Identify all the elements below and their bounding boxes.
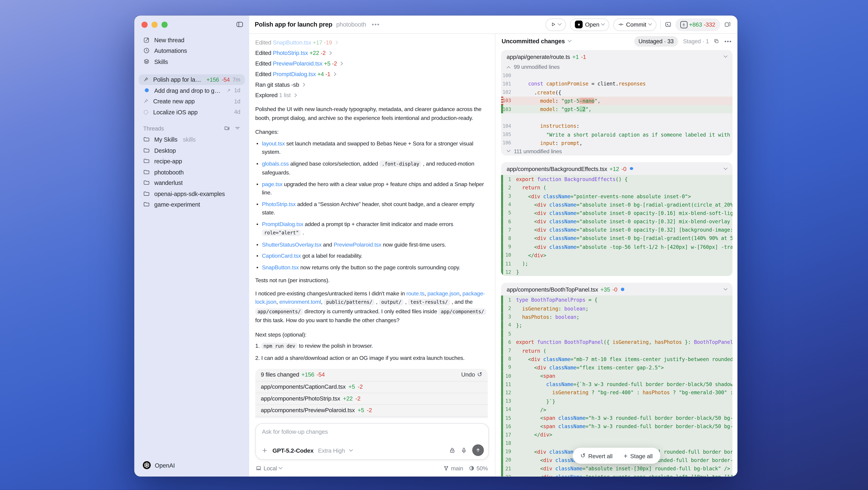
thread-item-selected[interactable]: Polish app for launch prep +156-547m bbox=[139, 74, 245, 85]
diff-line: 12 isGenerating ? "bg-red-400" : hasPhot… bbox=[501, 388, 733, 397]
sidebar-item-automations[interactable]: Automations bbox=[139, 45, 245, 56]
bulk-actions-pill: ↺Revert all +Stage all bbox=[573, 448, 660, 464]
diff-line: 1type BoothTopPanelProps = { bbox=[501, 295, 733, 304]
sidebar: New thread Automations Skills Polish app… bbox=[134, 16, 249, 477]
tool-call-line[interactable]: Edited PreviewPolaroid.tsx +5 -2 bbox=[255, 58, 488, 69]
minimize-button[interactable] bbox=[152, 22, 157, 28]
diff-line: 4 <div className="absolute inset-0 bg-[r… bbox=[501, 200, 733, 209]
diff-fold-toggle[interactable]: 99 unmodified lines bbox=[501, 63, 733, 71]
folder-list: My Skillsskills Desktop recipe-app photo… bbox=[139, 134, 245, 210]
diff-line: 21 <div className="absolute inset-[30px]… bbox=[501, 464, 733, 473]
mic-icon[interactable] bbox=[461, 447, 467, 454]
diff-line: 105 "Write a short polaroid caption as i… bbox=[501, 130, 733, 139]
context-usage[interactable]: 50% bbox=[469, 465, 488, 471]
copy-icon[interactable] bbox=[714, 38, 719, 44]
new-folder-icon[interactable] bbox=[224, 125, 230, 131]
thread-item[interactable]: Create new app 1d bbox=[139, 96, 245, 107]
thread-additions: +156 bbox=[207, 77, 219, 83]
changed-file-row[interactable]: app/components/PhotoStrip.tsx+22-2 bbox=[255, 393, 488, 404]
tool-call-line[interactable]: Explored 1 list bbox=[255, 90, 488, 100]
thread-item[interactable]: Localize iOS app 4d bbox=[139, 107, 245, 117]
diff-line: 103 model: "gpt-5.2", bbox=[501, 105, 733, 113]
attach-plus-icon[interactable] bbox=[261, 447, 268, 454]
diff-line: 5 bbox=[501, 329, 733, 338]
play-icon bbox=[551, 22, 556, 27]
recent-threads: Polish app for launch prep +156-547m Add… bbox=[139, 74, 245, 117]
diff-line: 11 className={`h-3 w-3 rounded-full bord… bbox=[501, 380, 733, 388]
undo-button[interactable]: Undo↺ bbox=[461, 371, 482, 379]
folder-tag: skills bbox=[183, 136, 196, 143]
thread-menu-icon[interactable]: ••• bbox=[372, 21, 380, 28]
layout-columns-button[interactable] bbox=[724, 21, 731, 28]
main-area: Polish app for launch prep photobooth ••… bbox=[249, 16, 738, 477]
assistant-summary: Polished the UI with new launch-ready ty… bbox=[255, 105, 488, 122]
tool-call-line[interactable]: Ran git status -sb bbox=[255, 79, 488, 90]
chat-transcript[interactable]: Edited SnapButton.tsx +17 -19 Edited Pho… bbox=[249, 34, 495, 418]
filter-icon[interactable] bbox=[235, 125, 240, 131]
diff-stats-badge[interactable]: ± +863 -332 bbox=[675, 18, 720, 31]
environment-selector[interactable]: Local bbox=[264, 465, 277, 471]
chevron-down-icon bbox=[349, 448, 353, 452]
tool-call-line[interactable]: Edited PromptDialog.tsx +4 -1 bbox=[255, 69, 488, 79]
window-controls bbox=[142, 22, 167, 28]
sidebar-item-new-thread[interactable]: New thread bbox=[139, 34, 245, 45]
folder-item[interactable]: photobooth bbox=[139, 167, 245, 177]
changed-file-row[interactable]: app/components/CaptionCard.tsx+5-2 bbox=[255, 381, 488, 393]
send-button[interactable] bbox=[472, 444, 484, 456]
terminal-button[interactable] bbox=[664, 21, 671, 28]
diff-line: 9 <div className="absolute -top-56 left-… bbox=[501, 242, 733, 251]
stage-all-button[interactable]: +Stage all bbox=[619, 448, 658, 464]
diff-card-header[interactable]: app/components/BoothTopPanel.tsx +35 -0 bbox=[501, 283, 733, 296]
close-button[interactable] bbox=[142, 22, 147, 28]
composer-placeholder: Ask for follow-up changes bbox=[262, 428, 328, 435]
diff-line: 18 bbox=[501, 439, 733, 448]
changed-file-row[interactable]: app/components/PreviewPolaroid.tsx+5-2 bbox=[255, 404, 488, 416]
diff-line: 10 <span bbox=[501, 372, 733, 380]
project-name: photobooth bbox=[336, 21, 366, 28]
commit-button[interactable]: Commit bbox=[613, 18, 656, 31]
diff-card-background-effects: app/components/BackgroundEffects.tsx +12… bbox=[501, 162, 733, 276]
diff-card-header[interactable]: app/components/BackgroundEffects.tsx +12… bbox=[501, 162, 733, 175]
model-selector[interactable]: GPT-5.2-Codex bbox=[272, 447, 313, 454]
sidebar-toggle-icon[interactable] bbox=[236, 21, 244, 28]
chevron-down-icon bbox=[723, 54, 727, 58]
diff-fold-toggle[interactable]: 111 unmodified lines bbox=[501, 147, 733, 156]
composer[interactable]: Ask for follow-up changes GPT-5.2-Codex … bbox=[255, 423, 489, 460]
diff-line: 7 <div className="absolute inset-0 opaci… bbox=[501, 226, 733, 234]
more-menu-icon[interactable]: ••• bbox=[724, 38, 732, 44]
diff-scroll-area[interactable]: app/api/generate/route.ts +1 -1 99 unmod… bbox=[495, 47, 738, 477]
chat-status-bar: Local main 50% bbox=[256, 461, 488, 475]
folder-item[interactable]: My Skillsskills bbox=[139, 134, 245, 145]
tool-call-line[interactable]: Edited PhotoStrip.tsx +22 -2 bbox=[255, 48, 488, 58]
staged-tab[interactable]: Staged · 1 bbox=[683, 38, 709, 44]
folder-item[interactable]: recipe-app bbox=[139, 156, 245, 167]
zoom-button[interactable] bbox=[161, 22, 167, 28]
sidebar-item-skills[interactable]: Skills bbox=[139, 56, 245, 67]
lock-icon[interactable] bbox=[449, 447, 456, 454]
tool-call-line[interactable]: Edited SnapButton.tsx +17 -19 bbox=[255, 37, 488, 48]
tests-note: Tests not run (per instructions). bbox=[255, 276, 488, 285]
revert-all-button[interactable]: ↺Revert all bbox=[575, 448, 618, 464]
clock-icon bbox=[143, 47, 150, 54]
diff-line: 12} bbox=[501, 268, 733, 276]
unstaged-tab[interactable]: Unstaged · 33 bbox=[634, 36, 678, 47]
folder-item[interactable]: Desktop bbox=[139, 145, 245, 156]
run-button[interactable] bbox=[546, 18, 566, 31]
diff-card-header[interactable]: app/api/generate/route.ts +1 -1 bbox=[501, 50, 733, 63]
chevron-right-icon bbox=[328, 51, 332, 55]
folder-icon bbox=[143, 201, 150, 208]
commit-icon bbox=[618, 22, 624, 27]
changed-file-row[interactable]: app/components/PromptDialog.tsx+12-1 bbox=[255, 416, 488, 418]
thread-item[interactable]: Add drag and drop to gallery phot... 1d bbox=[139, 85, 245, 96]
folder-item[interactable]: wanderlust bbox=[139, 177, 245, 188]
chevron-right-icon bbox=[301, 83, 305, 87]
folder-item[interactable]: game-experiment bbox=[139, 199, 245, 210]
branch-indicator[interactable]: main bbox=[443, 465, 463, 471]
desktop: New thread Automations Skills Polish app… bbox=[0, 0, 868, 490]
folder-item[interactable]: openai-apps-sdk-examples bbox=[139, 189, 245, 199]
uncommitted-changes-label[interactable]: Uncommitted changes bbox=[502, 38, 565, 44]
effort-level[interactable]: Extra High bbox=[318, 447, 345, 454]
account-footer[interactable]: OpenAI bbox=[134, 461, 249, 477]
diff-line: 103 model: "gpt-5-nano", bbox=[501, 96, 733, 105]
open-button[interactable]: ▼ Open bbox=[570, 18, 610, 31]
